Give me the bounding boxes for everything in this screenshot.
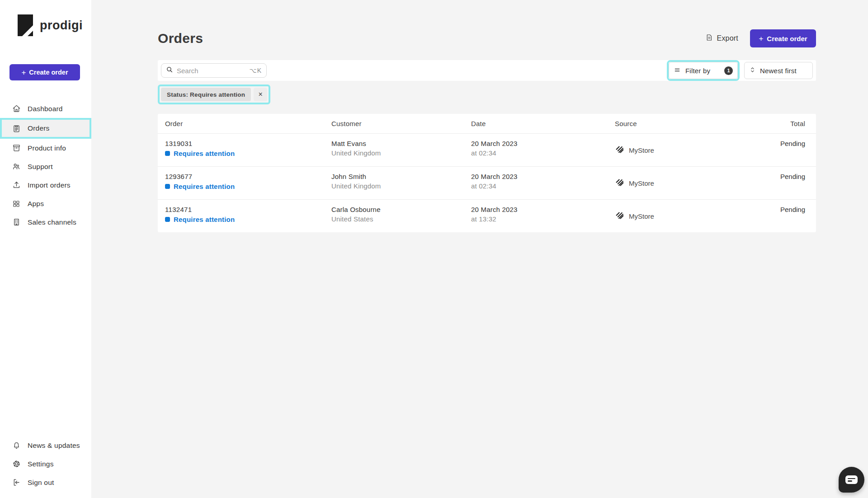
filter-count-badge: 1 [724,66,733,75]
order-time: at 02:34 [471,182,615,190]
close-icon: × [259,90,263,99]
chat-bubble-icon [845,475,858,484]
sidebar-item-import-orders[interactable]: Import orders [0,176,91,194]
building-icon [12,218,21,227]
sidebar-item-news-updates[interactable]: News & updates [0,436,91,455]
order-total: Pending [726,134,816,166]
sidebar-item-label: Settings [28,460,54,468]
sidebar-item-dashboard[interactable]: Dashboard [0,99,91,118]
sidebar-item-label: Sales channels [28,218,76,226]
sort-arrows-icon [750,66,755,75]
sidebar-item-sales-channels[interactable]: Sales channels [0,213,91,231]
status-filter-chip: Status: Requires attention [161,88,251,101]
logo-text: prodigi [40,19,83,33]
search-input[interactable] [177,67,246,75]
sidebar-item-support[interactable]: Support [0,157,91,176]
squarespace-icon [615,178,625,189]
order-id[interactable]: 1293677 [165,173,331,180]
page-header: Orders Export + Create order [158,29,816,48]
gear-icon [12,460,21,469]
sidebar-item-label: Apps [28,200,44,208]
table-row[interactable]: 1319031 Requires attention Matt Evans Un… [158,133,816,166]
sidebar-item-label: Import orders [28,181,71,189]
order-time: at 02:34 [471,149,615,157]
search-box[interactable]: ⌥K [161,63,267,78]
active-filters-row: Status: Requires attention × [158,85,816,104]
column-header-source: Source [615,120,726,127]
customer-country: United Kingdom [331,149,471,157]
grid-icon [12,199,21,208]
sort-dropdown[interactable]: Newest first [744,62,813,79]
chat-launcher-button[interactable] [839,467,864,493]
order-time: at 13:32 [471,215,615,223]
sidebar-create-order-label: Create order [29,69,68,76]
squarespace-icon [615,211,625,222]
export-button[interactable]: Export [705,33,738,43]
order-status[interactable]: Requires attention [165,216,331,223]
source-name: MyStore [629,146,654,154]
table-row[interactable]: 1293677 Requires attention John Smith Un… [158,166,816,199]
table-row[interactable]: 1132471 Requires attention Carla Osbourn… [158,199,816,232]
filter-by-label: Filter by [685,67,720,75]
export-label: Export [717,34,738,42]
status-dot-icon [165,184,170,189]
sidebar-item-label: Sign out [28,479,54,487]
column-header-customer: Customer [331,120,471,127]
home-icon [12,104,21,113]
customer-name: Matt Evans [331,140,471,147]
chip-annotation-highlight: Status: Requires attention × [158,85,270,104]
sidebar-item-label: Support [28,163,53,171]
status-label: Requires attention [174,183,235,190]
search-icon [166,66,173,75]
prodigi-logo-icon [18,14,33,36]
status-label: Requires attention [174,150,235,157]
order-status[interactable]: Requires attention [165,150,331,157]
status-dot-icon [165,151,170,156]
create-order-label: Create order [767,35,807,42]
customer-country: United Kingdom [331,182,471,190]
status-label: Requires attention [174,216,235,223]
prodigi-logo: prodigi [18,14,91,36]
box-icon [12,144,21,153]
sidebar-item-label: Dashboard [28,105,63,113]
order-id[interactable]: 1132471 [165,206,331,213]
orders-table: Order Customer Date Source Total 1319031… [158,114,816,232]
column-header-date: Date [471,120,615,127]
squarespace-icon [615,145,625,156]
sidebar-item-settings[interactable]: Settings [0,455,91,473]
order-date: 20 March 2023 [471,140,615,147]
sidebar-item-sign-out[interactable]: Sign out [0,473,91,492]
sidebar-item-apps[interactable]: Apps [0,194,91,213]
remove-filter-button[interactable]: × [254,88,267,101]
filter-lines-icon [674,67,681,75]
sidebar-item-orders[interactable]: Orders [0,118,91,139]
clipboard-icon [12,124,21,133]
order-date: 20 March 2023 [471,206,615,213]
table-header-row: Order Customer Date Source Total [158,114,816,133]
sign-out-icon [12,478,21,487]
create-order-button[interactable]: + Create order [750,29,816,47]
document-icon [705,33,713,43]
order-status[interactable]: Requires attention [165,183,331,190]
order-date: 20 March 2023 [471,173,615,180]
customer-country: United States [331,215,471,223]
orders-toolbar: ⌥K Filter by 1 Newest first [158,60,816,81]
plus-icon: + [759,35,763,42]
keyboard-shortcut-hint: ⌥K [250,67,262,74]
sidebar-footer-nav: News & updates Settings Sign out [0,436,91,492]
order-total: Pending [726,200,816,232]
plus-icon: + [21,69,26,76]
source-name: MyStore [629,179,654,187]
source-name: MyStore [629,212,654,220]
sidebar-create-order-button[interactable]: + Create order [9,64,80,80]
order-id[interactable]: 1319031 [165,140,331,147]
filter-by-button[interactable]: Filter by 1 [669,62,738,79]
sort-selected-value: Newest first [760,67,797,75]
sidebar: prodigi + Create order Dashboard Orders … [0,0,91,498]
filter-annotation-highlight: Filter by 1 [667,60,740,81]
status-dot-icon [165,217,170,222]
customer-name: John Smith [331,173,471,180]
column-header-order: Order [158,120,331,127]
customer-name: Carla Osbourne [331,206,471,213]
sidebar-item-product-info[interactable]: Product info [0,139,91,157]
